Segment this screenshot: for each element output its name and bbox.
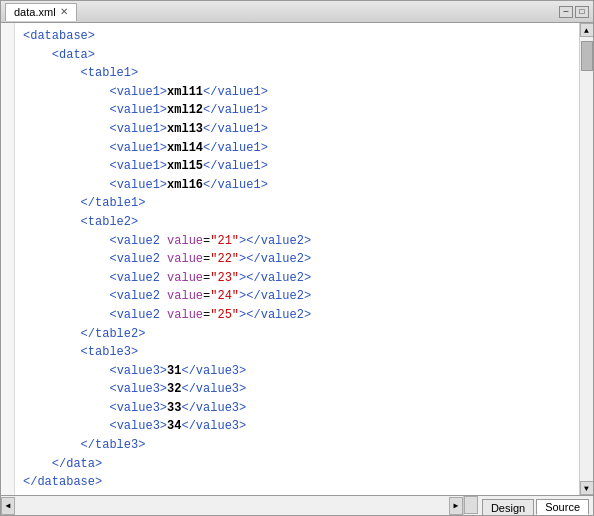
xml-content: <database> <data> <table1> <value1>xml11…: [23, 27, 575, 492]
horizontal-scrollbar[interactable]: ◀ ▶: [1, 496, 464, 515]
scroll-down-button[interactable]: ▼: [580, 481, 594, 495]
tab-close-icon[interactable]: ✕: [60, 7, 68, 17]
scroll-corner: [464, 496, 478, 514]
maximize-button[interactable]: □: [575, 6, 589, 18]
scroll-up-button[interactable]: ▲: [580, 23, 594, 37]
line-numbers: [1, 23, 15, 495]
editor-area: <database> <data> <table1> <value1>xml11…: [1, 23, 593, 495]
scroll-thumb[interactable]: [581, 41, 593, 71]
file-tab[interactable]: data.xml ✕: [5, 3, 77, 21]
title-bar: data.xml ✕ ─ □: [1, 1, 593, 23]
h-scroll-track[interactable]: [15, 500, 449, 512]
tab-design[interactable]: Design: [482, 499, 534, 515]
bottom-bar: ◀ ▶ Design Source: [1, 495, 593, 515]
file-tab-label: data.xml: [14, 6, 56, 18]
window-controls: ─ □: [559, 6, 589, 18]
main-window: data.xml ✕ ─ □ <database> <data> <table1…: [0, 0, 594, 516]
bottom-tabs: Design Source: [478, 496, 593, 515]
vertical-scrollbar[interactable]: ▲ ▼: [579, 23, 593, 495]
minimize-button[interactable]: ─: [559, 6, 573, 18]
tab-source[interactable]: Source: [536, 499, 589, 515]
scroll-left-button[interactable]: ◀: [1, 497, 15, 515]
code-editor[interactable]: <database> <data> <table1> <value1>xml11…: [15, 23, 579, 495]
scroll-track[interactable]: [580, 37, 593, 481]
scroll-right-button[interactable]: ▶: [449, 497, 463, 515]
